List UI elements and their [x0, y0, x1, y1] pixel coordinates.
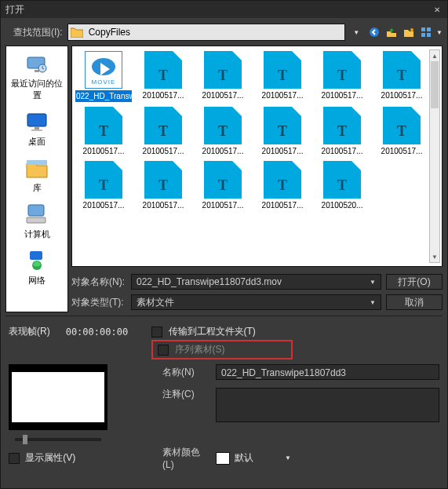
comment-label: 注释(C)	[162, 388, 209, 401]
file-item[interactable]: T20100517...	[254, 161, 311, 210]
scroll-up-icon[interactable]: ▲	[430, 50, 439, 61]
svg-rect-4	[421, 33, 425, 37]
file-icon: T	[323, 107, 361, 144]
svg-rect-9	[27, 114, 46, 126]
library-icon	[24, 155, 49, 181]
sequence-checkbox[interactable]	[158, 345, 169, 356]
file-item[interactable]: T20100517...	[135, 51, 191, 102]
color-swatch	[216, 452, 230, 465]
file-icon: T	[144, 161, 182, 199]
new-folder-icon[interactable]	[402, 25, 416, 39]
file-item[interactable]: T20100517...	[75, 107, 132, 156]
cancel-button[interactable]: 取消	[386, 294, 443, 310]
file-icon: T	[264, 161, 301, 199]
file-icon: T	[204, 107, 242, 144]
svg-rect-5	[427, 33, 431, 37]
matcolor-label: 素材颜色(L)	[162, 446, 209, 470]
file-item[interactable]: T20100517...	[135, 161, 191, 210]
file-item[interactable]: T20100520...	[314, 161, 370, 210]
color-select[interactable]: 默认▼	[216, 451, 291, 465]
file-item[interactable]: T20100517...	[314, 107, 370, 156]
svg-rect-2	[421, 27, 425, 31]
file-item[interactable]: T20100517...	[314, 51, 370, 102]
scroll-down-icon[interactable]: ▼	[430, 251, 439, 262]
file-name: 20100517...	[75, 200, 132, 210]
sidebar-item-library[interactable]: 库	[8, 155, 66, 194]
file-icon: T	[144, 51, 182, 89]
showattr-label: 显示属性(V)	[25, 452, 75, 463]
comment-input[interactable]	[216, 388, 439, 422]
sequence-highlight: 序列素材(S)	[151, 340, 293, 359]
objectname-value: 022_HD_Transwipe11807dd3.mov	[137, 276, 282, 287]
file-item[interactable]: T20100517...	[254, 51, 311, 102]
file-name: 20100517...	[135, 90, 191, 100]
color-name: 默认	[235, 451, 253, 465]
file-name: 20100517...	[254, 146, 311, 156]
chevron-down-icon[interactable]: ▼	[285, 454, 291, 462]
folder-combobox[interactable]: CopyFiles	[67, 24, 345, 41]
objecttype-select[interactable]: 素材文件 ▼	[131, 294, 381, 310]
file-icon: T	[85, 107, 122, 144]
file-name: 20100517...	[373, 90, 430, 100]
file-icon: T	[264, 51, 301, 89]
file-item[interactable]: T20100517...	[195, 161, 251, 210]
scrollbar[interactable]: ▲ ▼	[429, 49, 440, 263]
file-name: 20100517...	[195, 90, 251, 100]
close-icon[interactable]: ✕	[432, 4, 443, 15]
file-item[interactable]: T20100517...	[195, 107, 251, 156]
chevron-down-icon[interactable]: ▼	[350, 29, 362, 36]
folder-icon	[68, 24, 86, 40]
name-label: 名称(N)	[162, 366, 209, 379]
sidebar-item-label: 网络	[8, 275, 66, 286]
chevron-down-icon[interactable]: ▼	[436, 29, 443, 36]
svg-rect-12	[27, 160, 47, 165]
preview-image	[9, 364, 107, 430]
file-item[interactable]: T20100517...	[373, 107, 430, 156]
dialog-title: 打开	[5, 3, 432, 16]
file-item[interactable]: T20100517...	[75, 161, 132, 210]
file-name: 20100520...	[314, 200, 370, 210]
computer-icon	[24, 202, 49, 227]
svg-rect-15	[30, 251, 42, 260]
file-item[interactable]: T20100517...	[195, 51, 251, 102]
chevron-down-icon[interactable]: ▼	[370, 279, 376, 286]
file-icon: T	[383, 107, 421, 144]
svg-rect-14	[27, 217, 46, 223]
sequence-label: 序列素材(S)	[175, 344, 225, 355]
showattr-checkbox[interactable]	[9, 453, 20, 464]
sidebar-item-label: 库	[8, 182, 66, 194]
network-icon	[24, 248, 49, 273]
scroll-thumb[interactable]	[431, 61, 439, 108]
sidebar-item-network[interactable]: 网络	[8, 248, 66, 286]
sidebar-item-computer[interactable]: 计算机	[8, 202, 66, 240]
timecode: 00:00:00:00	[66, 327, 128, 338]
svg-rect-11	[31, 130, 42, 131]
recent-icon	[24, 51, 49, 76]
file-item[interactable]: T20100517...	[135, 107, 191, 156]
sidebar-item-label: 桌面	[8, 136, 66, 148]
preview-panel	[9, 364, 107, 441]
file-item[interactable]: T20100517...	[373, 51, 430, 102]
view-icon[interactable]	[419, 25, 433, 39]
desktop-icon	[24, 109, 49, 134]
svg-rect-10	[35, 127, 39, 130]
file-item[interactable]: T20100517...	[254, 107, 311, 156]
sidebar-item-label: 计算机	[8, 228, 66, 240]
up-icon[interactable]	[384, 25, 399, 39]
file-icon: T	[323, 161, 361, 199]
file-name: 20100517...	[373, 146, 430, 156]
file-icon: T	[144, 107, 182, 144]
file-item[interactable]: MOVIE022_HD_Transwipe11807dd3.mov	[75, 51, 132, 102]
sidebar-item-label: 最近访问的位置	[8, 78, 66, 101]
transfer-checkbox[interactable]	[151, 327, 162, 338]
chevron-down-icon[interactable]: ▼	[370, 299, 376, 306]
name-input[interactable]: 022_HD_Transwipe11807dd3	[216, 364, 439, 380]
sidebar-item-recent[interactable]: 最近访问的位置	[8, 51, 66, 101]
back-icon[interactable]	[367, 25, 381, 39]
open-button[interactable]: 打开(O)	[386, 274, 443, 290]
preview-slider[interactable]	[15, 438, 101, 441]
svg-rect-13	[28, 205, 44, 216]
file-name: 20100517...	[314, 90, 370, 100]
objectname-input[interactable]: 022_HD_Transwipe11807dd3.mov ▼	[131, 274, 381, 290]
sidebar-item-desktop[interactable]: 桌面	[8, 109, 66, 148]
